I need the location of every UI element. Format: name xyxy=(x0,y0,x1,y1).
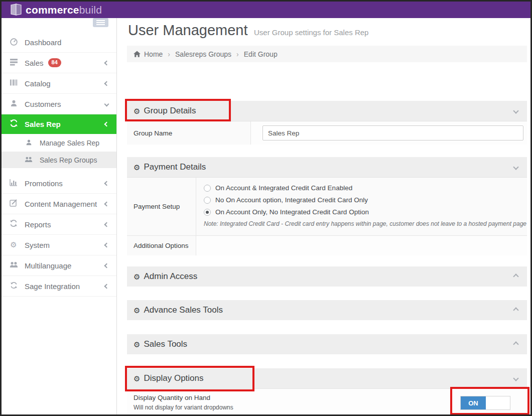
user-icon xyxy=(24,138,34,148)
gear-icon: ⚙ xyxy=(134,307,140,314)
payment-option-row[interactable]: On Account Only, No Integrated Credit Ca… xyxy=(204,208,527,216)
payment-note: Note: Integrated Credit Card - Credit ca… xyxy=(204,220,527,227)
sidebar-item-sage-integration[interactable]: Sage Integration xyxy=(2,276,116,297)
sales-tools-header[interactable]: ⚙ Sales Tools xyxy=(127,334,527,354)
chevron-left-icon xyxy=(104,284,109,289)
brand-text-light: build xyxy=(79,4,102,16)
advance-sales-tools-header[interactable]: ⚙ Advance Sales Tools xyxy=(127,300,527,320)
sidebar-item-sales[interactable]: Sales 84 xyxy=(2,53,116,73)
gears-icon: ⚙ xyxy=(9,240,19,249)
page-subtitle: User Group settings for Sales Rep xyxy=(254,28,368,37)
group-name-cell xyxy=(251,121,527,145)
gear-icon: ⚙ xyxy=(134,341,140,348)
sidebar-item-label: Sales xyxy=(25,59,44,67)
sidebar-item-system[interactable]: ⚙ System xyxy=(2,235,116,255)
sidebar-item-label: Sage Integration xyxy=(25,282,80,291)
chevron-left-icon xyxy=(104,81,109,86)
display-quantity-toggle[interactable]: ON xyxy=(460,396,510,410)
sidebar-nav: Dashboard Sales 84 Catalog Customers xyxy=(2,32,116,297)
section-sales-tools: ⚙ Sales Tools xyxy=(127,334,527,354)
sync-icon xyxy=(9,119,19,129)
breadcrumb-home[interactable]: Home xyxy=(144,50,163,58)
chevron-left-icon xyxy=(104,263,109,268)
breadcrumb-edit-group[interactable]: Edit Group xyxy=(244,50,278,58)
display-options-header[interactable]: ⚙ Display Options xyxy=(127,368,527,388)
chevron-left-icon xyxy=(104,121,109,126)
section-display-options: ⚙ Display Options Display Quantity on Ha… xyxy=(127,368,527,416)
breadcrumb: Home › Salesreps Groups › Edit Group xyxy=(127,46,527,62)
section-payment-details: ⚙ Payment Details Payment Setup On Accou… xyxy=(127,157,527,255)
brand-text-bold: commerce xyxy=(26,4,79,16)
breadcrumb-separator: › xyxy=(168,50,170,58)
chevron-left-icon xyxy=(104,181,109,186)
chevron-down-icon xyxy=(513,164,518,170)
sidebar-item-promotions[interactable]: Promotions xyxy=(2,173,116,194)
section-advance-sales-tools: ⚙ Advance Sales Tools xyxy=(127,300,527,320)
payment-option-row[interactable]: No On Account option, Integrated Credit … xyxy=(204,196,527,204)
additional-options-cell xyxy=(196,236,527,255)
radio-button[interactable] xyxy=(204,185,211,192)
breadcrumb-salesreps-groups[interactable]: Salesreps Groups xyxy=(175,50,231,58)
group-name-label: Group Name xyxy=(127,121,251,145)
sidebar-item-label: Sales Rep Groups xyxy=(40,156,97,164)
chevron-up-icon xyxy=(513,273,518,279)
brand-logo[interactable]: commercebuild xyxy=(10,2,102,18)
payment-setup-options: On Account & Integrated Credit Card Enab… xyxy=(196,178,527,235)
sidebar-toggle-button[interactable] xyxy=(93,18,108,27)
sidebar-item-reports[interactable]: Reports xyxy=(2,214,116,235)
sidebar-item-label: Sales Rep xyxy=(25,120,61,128)
sidebar-item-label: System xyxy=(25,241,50,249)
chevron-up-icon xyxy=(513,341,518,347)
sidebar-item-dashboard[interactable]: Dashboard xyxy=(2,32,116,53)
chevron-left-icon xyxy=(104,60,109,65)
payment-details-header[interactable]: ⚙ Payment Details xyxy=(127,157,527,177)
app-window: commercebuild Dashboard Sales 84 Catalog xyxy=(0,0,532,416)
admin-access-header[interactable]: ⚙ Admin Access xyxy=(127,266,527,287)
display-options-body: Display Quantity on Hand Will not displa… xyxy=(127,388,527,416)
payment-details-body: Payment Setup On Account & Integrated Cr… xyxy=(127,177,527,255)
chevron-left-icon xyxy=(104,201,109,206)
group-name-input[interactable] xyxy=(262,125,523,141)
barcode-icon xyxy=(9,79,19,88)
edit-icon xyxy=(9,199,19,209)
page-title: User Management User Group settings for … xyxy=(128,22,368,39)
section-title: Group Details xyxy=(144,106,196,116)
additional-options-label: Additional Options xyxy=(127,236,196,255)
section-title: Admin Access xyxy=(144,271,197,282)
sidebar-item-content-management[interactable]: Content Management xyxy=(2,194,116,214)
group-details-header[interactable]: ⚙ Group Details xyxy=(127,101,527,121)
gear-icon: ⚙ xyxy=(134,164,140,171)
group-details-body: Group Name xyxy=(127,121,527,145)
gear-icon: ⚙ xyxy=(134,375,140,382)
chevron-up-icon xyxy=(513,307,518,313)
sidebar-item-catalog[interactable]: Catalog xyxy=(2,73,116,94)
nav-divider xyxy=(2,168,116,173)
sidebar-item-customers[interactable]: Customers xyxy=(2,94,116,114)
radio-label: On Account & Integrated Credit Card Enab… xyxy=(215,184,352,192)
sales-count-badge: 84 xyxy=(48,58,61,67)
sidebar-item-label: Manage Sales Rep xyxy=(40,139,99,147)
sidebar-item-sales-rep-groups[interactable]: Sales Rep Groups xyxy=(2,152,116,168)
sidebar-item-label: Dashboard xyxy=(25,38,61,47)
sidebar-item-label: Content Management xyxy=(25,200,97,208)
section-title: Display Options xyxy=(144,373,203,383)
sidebar-item-multilanguage[interactable]: Multilanguage xyxy=(2,255,116,276)
radio-button[interactable] xyxy=(204,197,211,204)
payment-option-row[interactable]: On Account & Integrated Credit Card Enab… xyxy=(204,184,527,192)
gear-icon: ⚙ xyxy=(134,107,140,115)
toggle-on-label: ON xyxy=(461,396,486,409)
sidebar-item-label: Multilanguage xyxy=(25,261,71,270)
radio-button[interactable] xyxy=(204,209,211,216)
chevron-down-icon xyxy=(513,108,518,113)
users-icon xyxy=(24,156,34,165)
sidebar-item-manage-sales-rep[interactable]: Manage Sales Rep xyxy=(2,134,116,152)
sidebar-item-label: Customers xyxy=(25,100,61,108)
breadcrumb-separator: › xyxy=(236,50,239,58)
chevron-left-icon xyxy=(104,242,109,247)
home-icon xyxy=(134,51,141,57)
chevron-down-icon xyxy=(104,101,109,106)
sidebar-item-sales-rep[interactable]: Sales Rep xyxy=(2,114,116,134)
gear-icon: ⚙ xyxy=(134,273,140,281)
sidebar-item-label: Catalog xyxy=(25,79,51,88)
sync-icon xyxy=(9,219,19,229)
